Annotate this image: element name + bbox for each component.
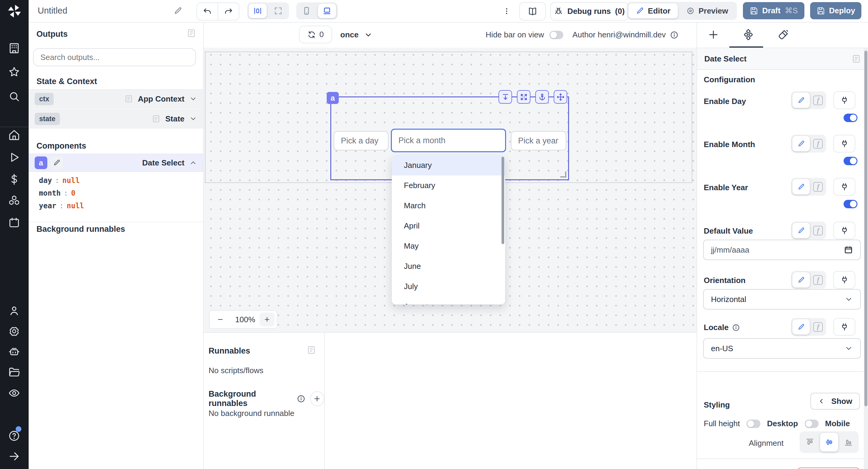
full-width-layout-button[interactable] [269,4,287,18]
component-rename-pencil-icon[interactable] [50,156,63,169]
outputs-doc-icon[interactable] [187,29,196,38]
align-bottom-icon[interactable] [839,433,858,451]
orientation-select[interactable]: Horizontal [703,289,861,310]
month-option[interactable]: February [392,176,505,196]
favorites-star-icon[interactable] [8,66,20,78]
schedules-calendar-icon[interactable] [8,217,20,229]
redo-button[interactable] [218,3,239,20]
resources-cubes-icon[interactable] [8,194,20,207]
workspace-icon[interactable] [8,42,20,54]
function-mode-icon[interactable]: f [810,182,826,192]
workers-robot-icon[interactable] [8,346,20,358]
desktop-mobile-toggle[interactable] [805,419,818,428]
month-option[interactable]: August [392,296,505,305]
month-option[interactable]: July [392,276,505,296]
pick-year-input[interactable]: Pick a year [511,131,566,150]
refresh-mode-select[interactable]: once [340,22,373,48]
runs-play-icon[interactable] [8,151,20,163]
more-menu-button[interactable] [503,5,510,17]
panel-scrollbar-thumb[interactable] [864,51,867,406]
audit-eye-icon[interactable] [8,387,20,399]
connect-plug-icon[interactable] [833,178,855,196]
preview-tab[interactable]: Preview [679,3,735,19]
static-pencil-icon[interactable] [792,136,810,151]
desktop-view-button[interactable] [318,4,336,18]
static-pencil-icon[interactable] [792,179,810,194]
pick-day-input[interactable]: Pick a day [334,131,389,150]
enable-month-toggle[interactable] [844,157,858,165]
static-pencil-icon[interactable] [792,223,810,238]
connect-plug-icon[interactable] [833,91,855,109]
insert-component-tab[interactable] [708,29,719,40]
connect-plug-icon[interactable] [833,222,855,239]
show-styling-button[interactable]: Show [810,393,860,410]
fullscreen-icon[interactable] [517,90,530,104]
connect-plug-icon[interactable] [833,271,855,289]
info-icon[interactable] [670,31,678,39]
deploy-button[interactable]: Deploy [810,2,861,19]
locale-select[interactable]: en-US [703,338,861,359]
collapse-arrow-icon[interactable] [8,450,20,462]
debug-runs-button[interactable]: Debug runs (0) [550,2,628,21]
folders-icon[interactable] [8,366,20,378]
expand-down-icon[interactable] [498,90,512,104]
month-option[interactable]: March [392,196,505,216]
state-row[interactable]: state State [29,109,203,128]
component-row-a[interactable]: a Date Select [29,154,203,172]
function-mode-icon[interactable]: f [810,96,826,105]
function-mode-icon[interactable]: f [810,275,826,285]
month-option[interactable]: June [392,256,505,276]
settings-gear-icon[interactable] [8,325,20,337]
home-icon[interactable] [8,129,20,141]
pick-month-input[interactable]: Pick a month [391,129,506,152]
connect-plug-icon[interactable] [833,318,855,336]
component-badge[interactable]: a [327,92,339,104]
full-height-toggle[interactable] [747,419,761,428]
rename-pencil-icon[interactable] [173,6,182,15]
month-option[interactable]: April [392,216,505,236]
settings-doc-icon[interactable] [852,54,861,63]
docs-book-button[interactable] [519,2,546,21]
zoom-out-button[interactable]: − [210,314,231,324]
align-center-icon[interactable] [820,433,838,451]
component-settings-tab[interactable] [743,29,754,40]
zoom-in-button[interactable]: + [259,313,275,326]
add-background-runnable-button[interactable] [310,391,324,406]
function-mode-icon[interactable]: f [810,226,826,236]
centered-layout-button[interactable] [249,4,267,18]
static-pencil-icon[interactable] [792,93,810,108]
user-icon[interactable] [8,305,20,317]
variables-dollar-icon[interactable] [8,173,20,185]
anchor-icon[interactable] [535,90,549,104]
editor-tab[interactable]: Editor [628,3,678,19]
delete-component-button[interactable]: Delete ⌘Del [797,468,860,469]
month-option[interactable]: January [392,155,505,176]
align-top-icon[interactable] [801,433,819,451]
month-option[interactable]: May [392,236,505,256]
refresh-button[interactable]: 0 [299,26,332,43]
theme-brush-tab[interactable] [778,29,789,40]
hide-bar-toggle[interactable] [550,31,563,39]
function-mode-icon[interactable]: f [810,139,826,149]
runnables-doc-icon[interactable] [307,345,316,354]
move-icon[interactable] [554,90,567,104]
static-pencil-icon[interactable] [792,272,810,287]
search-icon[interactable] [8,90,20,102]
connect-plug-icon[interactable] [833,135,855,153]
dropdown-scrollbar[interactable] [501,157,504,244]
function-mode-icon[interactable]: f [810,322,826,332]
info-icon[interactable] [732,324,740,332]
calendar-icon[interactable] [844,245,853,254]
enable-day-toggle[interactable] [844,114,858,122]
resize-handle[interactable] [560,171,566,178]
undo-button[interactable] [197,3,218,20]
mobile-view-button[interactable] [298,4,315,18]
ctx-row[interactable]: ctx App Context [29,89,203,108]
draft-button[interactable]: Draft ⌘S [743,2,804,19]
windmill-logo-icon[interactable] [7,4,22,18]
info-icon[interactable] [297,395,305,403]
enable-year-toggle[interactable] [844,200,858,208]
static-pencil-icon[interactable] [792,319,810,335]
default-value-date-input[interactable]: jj/mm/aaaa [703,240,861,260]
canvas-grid[interactable]: a Pick a day Pick a month Pick a year [203,48,696,332]
